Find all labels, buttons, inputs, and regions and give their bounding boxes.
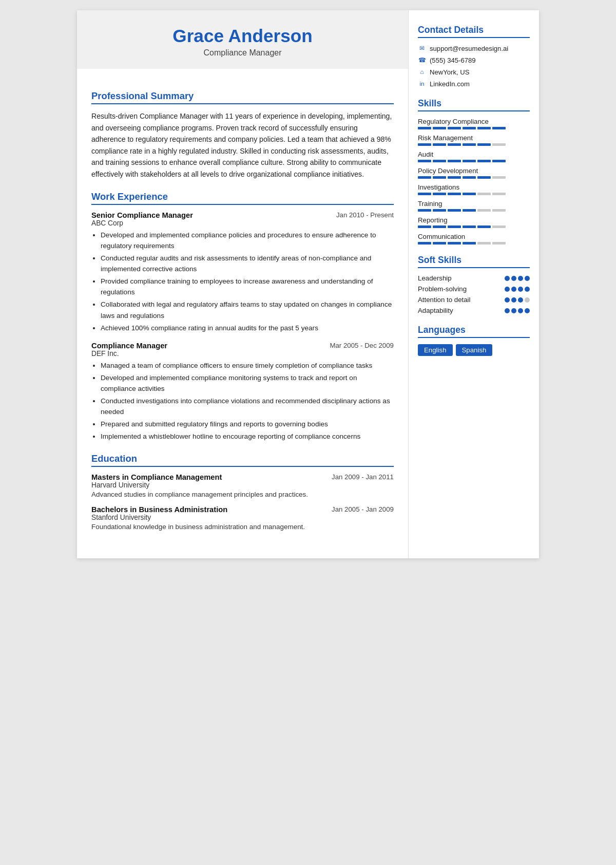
soft-skill-name: Problem-solving [418,285,467,293]
skill-bar-filled [463,209,476,212]
job-bullet-item: Conducted regular audits and risk assess… [101,253,394,274]
skill-bar-empty [492,242,506,245]
skill-item: Communication [418,233,530,245]
skill-bar-filled [448,176,461,179]
skill-name: Reporting [418,216,530,224]
skill-bar-filled [433,160,446,162]
work-experience-heading: Work Experience [91,191,394,205]
contact-value: NewYork, US [430,68,469,76]
skill-bar-filled [492,127,506,129]
skill-bar-filled [477,225,491,228]
skill-bar-filled [448,127,461,129]
skill-bar-filled [448,225,461,228]
skill-name: Communication [418,233,530,240]
dot-filled [525,276,530,281]
skill-bar [418,143,530,146]
contact-item: ⌂NewYork, US [418,68,530,76]
skill-bar-filled [418,143,431,146]
skill-bar [418,225,530,228]
skill-bar-filled [477,127,491,129]
edu-header: Bachelors in Business AdministrationJan … [91,505,394,514]
education-container: Masters in Compliance ManagementJan 2009… [91,473,394,531]
job-header: Senior Compliance ManagerJan 2010 - Pres… [91,211,394,219]
edu-description: Advanced studies in compliance managemen… [91,491,394,498]
professional-summary-text: Results-driven Compliance Manager with 1… [91,110,394,180]
soft-skill-dots [505,287,530,292]
education-heading: Education [91,453,394,467]
soft-skill-item: Leadership [418,274,530,282]
contact-icon: ⌂ [418,68,426,76]
skill-bar-filled [463,176,476,179]
skill-bar-filled [418,160,431,162]
contact-value: support@resumedesign.ai [430,45,508,52]
skill-bar-filled [433,176,446,179]
job-block: Compliance ManagerMar 2005 - Dec 2009DEF… [91,342,394,442]
edu-degree: Bachelors in Business Administration [91,505,227,514]
skill-bar-empty [492,209,506,212]
skill-bar-filled [448,242,461,245]
skill-bar-empty [492,225,506,228]
contact-value: LinkedIn.com [430,80,470,88]
language-tag: Spanish [456,344,493,356]
skill-item: Risk Management [418,134,530,146]
skill-bar [418,127,530,129]
header-section: Grace Anderson Compliance Manager [77,10,408,69]
edu-block: Bachelors in Business AdministrationJan … [91,505,394,531]
job-title: Senior Compliance Manager [91,211,193,219]
dot-filled [518,276,523,281]
contact-icon: ✉ [418,44,426,52]
right-column: Contact Details ✉support@resumedesign.ai… [408,10,539,558]
skill-bar-filled [448,209,461,212]
dot-filled [505,297,510,303]
skill-bar-filled [463,127,476,129]
contact-item: ☎(555) 345-6789 [418,56,530,64]
languages-container: EnglishSpanish [418,344,530,356]
skill-bar-filled [418,225,431,228]
soft-skill-name: Adaptability [418,307,453,314]
skill-name: Regulatory Compliance [418,118,530,125]
job-bullets: Developed and implemented compliance pol… [91,230,394,333]
skill-name: Policy Development [418,167,530,175]
soft-skill-dots [505,297,530,303]
skill-item: Policy Development [418,167,530,179]
skill-bar [418,242,530,245]
skill-bar-filled [418,127,431,129]
job-bullet-item: Developed and implemented compliance mon… [101,372,394,394]
soft-skill-item: Attention to detail [418,296,530,304]
candidate-title: Compliance Manager [87,48,398,58]
job-bullet-item: Prepared and submitted regulatory filing… [101,419,394,429]
skill-bar [418,176,530,179]
skill-bar-filled [433,193,446,195]
skill-bar-filled [433,143,446,146]
skill-name: Training [418,200,530,208]
skill-bar-filled [463,193,476,195]
skill-bar-empty [492,176,506,179]
contact-container: ✉support@resumedesign.ai☎(555) 345-6789⌂… [418,44,530,88]
job-block: Senior Compliance ManagerJan 2010 - Pres… [91,211,394,333]
languages-section-heading: Languages [418,325,530,338]
skills-container: Regulatory ComplianceRisk ManagementAudi… [418,118,530,245]
skill-bar-filled [477,143,491,146]
skill-item: Reporting [418,216,530,228]
job-header: Compliance ManagerMar 2005 - Dec 2009 [91,342,394,350]
language-tag: English [418,344,453,356]
dot-filled [505,276,510,281]
edu-school: Harvard University [91,481,394,489]
skill-bar-empty [492,143,506,146]
skill-bar [418,193,530,195]
skill-bar-empty [477,242,491,245]
dot-filled [511,276,516,281]
edu-dates: Jan 2009 - Jan 2011 [332,473,394,481]
dot-filled [525,308,530,313]
job-bullet-item: Provided compliance training to employee… [101,276,394,297]
skill-bar-filled [463,225,476,228]
edu-dates: Jan 2005 - Jan 2009 [332,505,394,513]
skill-bar-filled [418,193,431,195]
left-body: Professional Summary Results-driven Comp… [77,74,408,543]
skill-item: Training [418,200,530,212]
candidate-name: Grace Anderson [87,26,398,46]
contact-item: inLinkedIn.com [418,80,530,88]
job-bullet-item: Collaborated with legal and regulatory a… [101,299,394,321]
dot-empty [525,297,530,303]
soft-skill-item: Problem-solving [418,285,530,293]
